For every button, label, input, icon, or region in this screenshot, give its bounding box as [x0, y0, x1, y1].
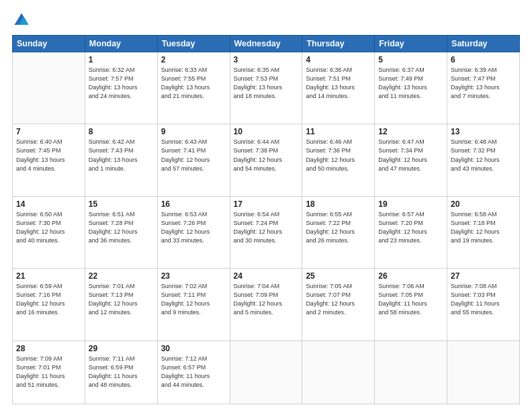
table-row: 4Sunrise: 6:36 AM Sunset: 7:51 PM Daylig… — [302, 52, 375, 124]
table-row: 16Sunrise: 6:53 AM Sunset: 7:26 PM Dayli… — [157, 196, 230, 268]
day-info: Sunrise: 6:59 AM Sunset: 7:16 PM Dayligh… — [16, 282, 81, 317]
table-row: 6Sunrise: 6:39 AM Sunset: 7:47 PM Daylig… — [447, 52, 520, 124]
day-info: Sunrise: 6:54 AM Sunset: 7:24 PM Dayligh… — [234, 210, 299, 245]
day-number: 17 — [234, 199, 299, 209]
table-row: 15Sunrise: 6:51 AM Sunset: 7:28 PM Dayli… — [85, 196, 157, 268]
table-row: 19Sunrise: 6:57 AM Sunset: 7:20 PM Dayli… — [375, 196, 447, 268]
day-number: 12 — [378, 127, 443, 136]
col-saturday: Saturday — [447, 36, 520, 52]
table-row — [447, 340, 520, 404]
day-number: 30 — [161, 344, 226, 353]
table-row: 24Sunrise: 7:04 AM Sunset: 7:09 PM Dayli… — [230, 269, 302, 340]
table-row: 21Sunrise: 6:59 AM Sunset: 7:16 PM Dayli… — [13, 269, 85, 340]
table-row — [302, 340, 375, 404]
day-info: Sunrise: 6:48 AM Sunset: 7:32 PM Dayligh… — [451, 138, 516, 173]
table-row — [13, 52, 85, 124]
table-row: 27Sunrise: 7:08 AM Sunset: 7:03 PM Dayli… — [447, 269, 520, 340]
day-info: Sunrise: 6:47 AM Sunset: 7:34 PM Dayligh… — [378, 138, 443, 173]
day-number: 16 — [161, 199, 226, 209]
day-info: Sunrise: 6:35 AM Sunset: 7:53 PM Dayligh… — [234, 66, 299, 101]
day-number: 13 — [451, 127, 516, 136]
day-number: 24 — [234, 271, 299, 281]
table-row: 5Sunrise: 6:37 AM Sunset: 7:49 PM Daylig… — [375, 52, 447, 124]
day-info: Sunrise: 6:37 AM Sunset: 7:49 PM Dayligh… — [378, 66, 443, 101]
day-info: Sunrise: 7:08 AM Sunset: 7:03 PM Dayligh… — [451, 282, 516, 317]
col-wednesday: Wednesday — [230, 36, 302, 52]
day-number: 9 — [161, 127, 226, 136]
day-number: 25 — [306, 271, 371, 281]
table-row: 1Sunrise: 6:32 AM Sunset: 7:57 PM Daylig… — [85, 52, 157, 124]
header — [12, 11, 520, 30]
day-info: Sunrise: 6:58 AM Sunset: 7:18 PM Dayligh… — [451, 210, 516, 245]
day-number: 22 — [89, 271, 154, 281]
table-row: 2Sunrise: 6:33 AM Sunset: 7:55 PM Daylig… — [157, 52, 230, 124]
table-row: 14Sunrise: 6:50 AM Sunset: 7:30 PM Dayli… — [13, 196, 85, 268]
day-info: Sunrise: 6:57 AM Sunset: 7:20 PM Dayligh… — [378, 210, 443, 245]
table-row: 9Sunrise: 6:43 AM Sunset: 7:41 PM Daylig… — [157, 124, 230, 196]
day-info: Sunrise: 7:05 AM Sunset: 7:07 PM Dayligh… — [306, 282, 371, 317]
day-info: Sunrise: 6:43 AM Sunset: 7:41 PM Dayligh… — [161, 138, 226, 173]
day-number: 11 — [306, 127, 371, 136]
table-row: 8Sunrise: 6:42 AM Sunset: 7:43 PM Daylig… — [85, 124, 157, 196]
table-row: 17Sunrise: 6:54 AM Sunset: 7:24 PM Dayli… — [230, 196, 302, 268]
logo — [12, 11, 34, 30]
table-row: 28Sunrise: 7:09 AM Sunset: 7:01 PM Dayli… — [13, 340, 85, 404]
day-number: 19 — [378, 199, 443, 209]
table-row: 23Sunrise: 7:02 AM Sunset: 7:11 PM Dayli… — [157, 269, 230, 340]
day-info: Sunrise: 7:09 AM Sunset: 7:01 PM Dayligh… — [16, 355, 81, 390]
day-info: Sunrise: 7:12 AM Sunset: 6:57 PM Dayligh… — [161, 355, 226, 390]
day-info: Sunrise: 6:36 AM Sunset: 7:51 PM Dayligh… — [306, 66, 371, 101]
day-number: 23 — [161, 271, 226, 281]
table-row: 13Sunrise: 6:48 AM Sunset: 7:32 PM Dayli… — [447, 124, 520, 196]
day-info: Sunrise: 6:33 AM Sunset: 7:55 PM Dayligh… — [161, 66, 226, 101]
table-row: 12Sunrise: 6:47 AM Sunset: 7:34 PM Dayli… — [375, 124, 447, 196]
col-sunday: Sunday — [13, 36, 85, 52]
day-info: Sunrise: 7:11 AM Sunset: 6:59 PM Dayligh… — [89, 355, 154, 390]
calendar-table: Sunday Monday Tuesday Wednesday Thursday… — [12, 35, 520, 404]
day-info: Sunrise: 6:42 AM Sunset: 7:43 PM Dayligh… — [89, 138, 154, 173]
day-number: 7 — [16, 127, 81, 136]
table-row: 25Sunrise: 7:05 AM Sunset: 7:07 PM Dayli… — [302, 269, 375, 340]
col-friday: Friday — [375, 36, 447, 52]
day-number: 5 — [378, 55, 443, 64]
day-number: 28 — [16, 344, 81, 353]
col-monday: Monday — [85, 36, 157, 52]
day-info: Sunrise: 7:06 AM Sunset: 7:05 PM Dayligh… — [378, 282, 443, 317]
day-number: 2 — [161, 55, 226, 64]
day-number: 4 — [306, 55, 371, 64]
col-thursday: Thursday — [302, 36, 375, 52]
day-number: 15 — [89, 199, 154, 209]
table-row — [230, 340, 302, 404]
day-number: 26 — [378, 271, 443, 281]
day-info: Sunrise: 7:02 AM Sunset: 7:11 PM Dayligh… — [161, 282, 226, 317]
day-info: Sunrise: 6:46 AM Sunset: 7:36 PM Dayligh… — [306, 138, 371, 173]
day-info: Sunrise: 6:53 AM Sunset: 7:26 PM Dayligh… — [161, 210, 226, 245]
day-info: Sunrise: 7:01 AM Sunset: 7:13 PM Dayligh… — [89, 282, 154, 317]
table-row — [375, 340, 447, 404]
day-number: 3 — [234, 55, 299, 64]
table-row: 20Sunrise: 6:58 AM Sunset: 7:18 PM Dayli… — [447, 196, 520, 268]
table-row: 22Sunrise: 7:01 AM Sunset: 7:13 PM Dayli… — [85, 269, 157, 340]
day-number: 14 — [16, 199, 81, 209]
day-number: 18 — [306, 199, 371, 209]
day-number: 6 — [451, 55, 516, 64]
day-number: 10 — [234, 127, 299, 136]
calendar-header-row: Sunday Monday Tuesday Wednesday Thursday… — [13, 36, 520, 52]
day-number: 21 — [16, 271, 81, 281]
table-row: 18Sunrise: 6:55 AM Sunset: 7:22 PM Dayli… — [302, 196, 375, 268]
day-info: Sunrise: 6:50 AM Sunset: 7:30 PM Dayligh… — [16, 210, 81, 245]
day-number: 8 — [89, 127, 154, 136]
table-row: 30Sunrise: 7:12 AM Sunset: 6:57 PM Dayli… — [157, 340, 230, 404]
table-row: 26Sunrise: 7:06 AM Sunset: 7:05 PM Dayli… — [375, 269, 447, 340]
day-number: 1 — [89, 55, 154, 64]
table-row: 7Sunrise: 6:40 AM Sunset: 7:45 PM Daylig… — [13, 124, 85, 196]
day-info: Sunrise: 6:39 AM Sunset: 7:47 PM Dayligh… — [451, 66, 516, 101]
day-info: Sunrise: 6:44 AM Sunset: 7:38 PM Dayligh… — [234, 138, 299, 173]
day-info: Sunrise: 6:55 AM Sunset: 7:22 PM Dayligh… — [306, 210, 371, 245]
col-tuesday: Tuesday — [157, 36, 230, 52]
page: Sunday Monday Tuesday Wednesday Thursday… — [0, 0, 532, 411]
logo-icon — [12, 11, 31, 30]
day-number: 27 — [451, 271, 516, 281]
table-row: 3Sunrise: 6:35 AM Sunset: 7:53 PM Daylig… — [230, 52, 302, 124]
table-row: 10Sunrise: 6:44 AM Sunset: 7:38 PM Dayli… — [230, 124, 302, 196]
